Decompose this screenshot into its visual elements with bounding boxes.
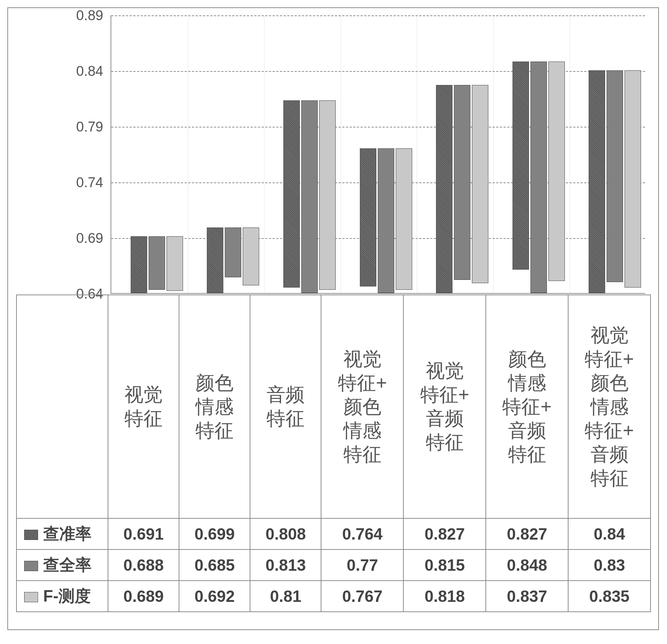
data-cell: 0.835: [568, 581, 651, 612]
category-header: 视觉特征+颜色情感特征: [321, 295, 403, 518]
bar: [513, 62, 529, 270]
data-cell: 0.837: [486, 581, 568, 612]
data-cell: 0.767: [321, 581, 403, 612]
data-cell: 0.827: [486, 518, 568, 549]
data-cell: 0.81: [250, 581, 321, 612]
table-row: 查全率0.6880.6850.8130.770.8150.8480.83: [16, 549, 651, 581]
category-header: 音频特征: [250, 295, 321, 518]
gridline: [111, 15, 645, 16]
category-label-line: 音频: [508, 419, 546, 443]
category-label-line: 特征+: [502, 395, 551, 419]
bar: [301, 100, 318, 293]
column-separator: [188, 15, 189, 293]
category-label-line: 颜色: [508, 347, 546, 371]
category-header: 视觉特征: [108, 295, 179, 518]
bar: [167, 236, 183, 291]
category-label-line: 视觉: [343, 347, 381, 371]
data-cell: 0.827: [403, 518, 486, 549]
bar-group: [426, 85, 499, 293]
column-separator: [340, 15, 341, 293]
data-cell: 0.83: [568, 549, 651, 581]
data-table: 视觉特征颜色情感特征音频特征视觉特征+颜色情感特征视觉特征+音频特征颜色情感特征…: [16, 295, 651, 612]
series-name: 查准率: [43, 525, 92, 543]
data-cell: 0.813: [250, 549, 321, 581]
bar-group: [578, 70, 652, 293]
category-label-line: 颜色: [343, 395, 381, 419]
category-label-line: 视觉: [124, 383, 163, 407]
bar: [607, 70, 623, 282]
data-cell: 0.848: [486, 549, 568, 581]
category-label-line: 特征: [267, 407, 305, 430]
y-tick-label: 0.74: [63, 175, 103, 190]
bar: [243, 227, 259, 285]
category-label-line: 情感: [590, 395, 629, 419]
bar: [472, 85, 488, 283]
category-label-line: 视觉: [426, 359, 464, 383]
data-cell: 0.688: [108, 549, 179, 581]
column-separator: [417, 15, 417, 293]
y-tick-label: 0.69: [63, 230, 103, 246]
bar: [625, 70, 641, 288]
category-label-line: 特征: [590, 466, 629, 490]
table-corner-blank: [16, 295, 108, 518]
data-cell: 0.691: [108, 518, 179, 549]
legend-swatch: [24, 592, 38, 602]
series-name: F-测度: [43, 587, 91, 605]
bar: [319, 100, 336, 290]
category-label-line: 情感: [508, 371, 546, 395]
data-cell: 0.818: [403, 581, 486, 612]
category-label-line: 颜色: [195, 371, 234, 395]
category-label-line: 视觉: [590, 323, 629, 347]
category-label-line: 特征: [124, 407, 163, 430]
bar: [131, 236, 147, 293]
data-cell: 0.685: [179, 549, 250, 581]
category-header: 视觉特征+音频特征: [403, 295, 486, 518]
category-label-line: 特征+: [338, 371, 387, 395]
y-tick-label: 0.84: [63, 63, 103, 79]
series-label-cell: 查准率: [16, 518, 108, 549]
series-name: 查全率: [43, 556, 92, 574]
category-header: 视觉特征+颜色情感特征+音频特征: [568, 295, 651, 518]
data-cell: 0.84: [568, 518, 651, 549]
bar: [454, 85, 470, 280]
bar: [530, 62, 547, 293]
y-tick-label: 0.89: [63, 8, 103, 23]
category-label-line: 特征: [508, 443, 546, 466]
legend-swatch: [24, 530, 38, 540]
category-label-line: 音频: [590, 443, 629, 466]
category-label-line: 特征+: [585, 419, 634, 443]
category-header: 颜色情感特征: [179, 295, 250, 518]
data-cell: 0.77: [321, 549, 403, 581]
category-label-line: 音频: [426, 407, 464, 430]
bar: [360, 148, 376, 286]
data-cell: 0.764: [321, 518, 403, 549]
category-label-line: 情感: [343, 419, 381, 443]
series-label-cell: 查全率: [16, 549, 108, 581]
category-label-line: 特征: [426, 430, 464, 454]
table-row: F-测度0.6890.6920.810.7670.8180.8370.835: [16, 581, 651, 612]
bar-group: [197, 227, 270, 293]
column-separator: [569, 15, 570, 293]
bar: [436, 85, 452, 293]
category-label-line: 情感: [195, 395, 234, 419]
category-label-line: 颜色: [590, 371, 629, 395]
bar: [378, 148, 394, 293]
bar: [396, 148, 412, 290]
column-separator: [493, 15, 494, 293]
table-row: 查准率0.6910.6990.8080.7640.8270.8270.84: [16, 518, 651, 549]
bar: [548, 62, 565, 281]
data-cell: 0.699: [179, 518, 250, 549]
bar: [149, 236, 165, 290]
category-label-line: 特征: [195, 419, 234, 443]
data-cell: 0.692: [179, 581, 250, 612]
category-label-line: 音频: [267, 383, 305, 407]
bar-group: [349, 148, 422, 293]
bar: [283, 100, 300, 288]
bar: [207, 227, 223, 293]
category-label-line: 特征: [343, 443, 381, 466]
bar-group: [120, 236, 193, 293]
y-tick-label: 0.79: [63, 119, 103, 135]
category-header: 颜色情感特征+音频特征: [486, 295, 568, 518]
bar-group: [502, 62, 575, 293]
bar-group: [273, 100, 346, 293]
